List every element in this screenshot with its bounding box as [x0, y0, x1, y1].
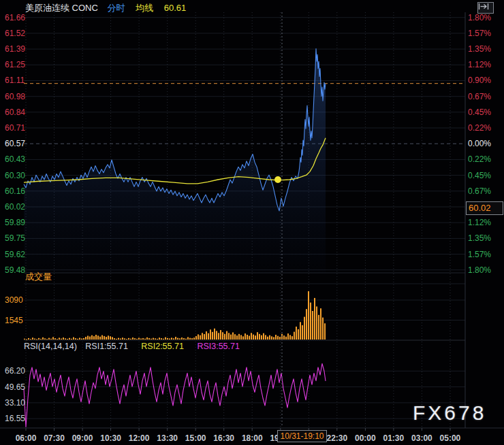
chart-mode-label[interactable]: 分时 — [108, 3, 125, 13]
ma-value: 60.61 — [164, 3, 187, 13]
rsi2-value: RSI2:55.71 — [141, 342, 184, 351]
rsi3-value: RSI3:55.71 — [197, 342, 240, 351]
axis-price-flag: 60.02 — [466, 201, 503, 215]
collapse-panel-button[interactable] — [477, 2, 494, 14]
volume-pane-label: 成交量 — [25, 271, 52, 283]
chart-window: 61.6661.5261.3961.2561.1160.9860.8460.71… — [0, 0, 504, 445]
watermark: FX678 — [413, 401, 486, 425]
symbol-title: 美原油连续 CONC — [25, 3, 98, 13]
chart-header: 美原油连续 CONC 分时 均线 60.61 — [25, 3, 186, 14]
chart-canvas[interactable] — [0, 0, 504, 445]
rsi1-value: RSI1:55.71 — [85, 342, 128, 351]
rsi-header: RSI(14,14,14) RSI1:55.71 RSI2:55.71 RSI3… — [24, 342, 240, 351]
crosshair-time-flag: 10/31-19:10 — [277, 430, 327, 442]
rsi-params-label: RSI(14,14,14) — [24, 342, 77, 351]
ma-label: 均线 — [136, 3, 153, 13]
